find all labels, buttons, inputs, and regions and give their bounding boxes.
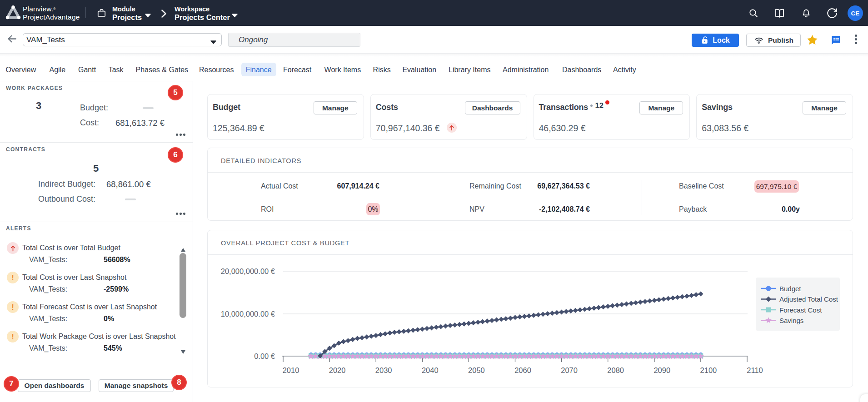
svg-text:2070: 2070 [561, 366, 578, 374]
svg-text:10,000,000.00 €: 10,000,000.00 € [221, 310, 275, 318]
svg-text:2050: 2050 [468, 366, 485, 374]
svg-text:Adjusted Total Cost: Adjusted Total Cost [779, 295, 838, 303]
svg-text:2100: 2100 [700, 366, 717, 374]
svg-text:2080: 2080 [607, 366, 624, 374]
svg-text:Budget: Budget [779, 285, 801, 293]
svg-text:2020: 2020 [329, 366, 346, 374]
svg-text:2060: 2060 [514, 366, 531, 374]
svg-text:2040: 2040 [422, 366, 439, 374]
svg-text:Forecast Cost: Forecast Cost [779, 306, 822, 314]
svg-text:0.00 €: 0.00 € [254, 352, 275, 360]
svg-text:2090: 2090 [653, 366, 670, 374]
svg-text:2010: 2010 [283, 366, 299, 374]
svg-text:2030: 2030 [375, 366, 392, 374]
svg-text:Savings: Savings [779, 317, 803, 324]
svg-text:20,000,000.00 €: 20,000,000.00 € [221, 267, 275, 275]
svg-text:2110: 2110 [747, 366, 763, 374]
